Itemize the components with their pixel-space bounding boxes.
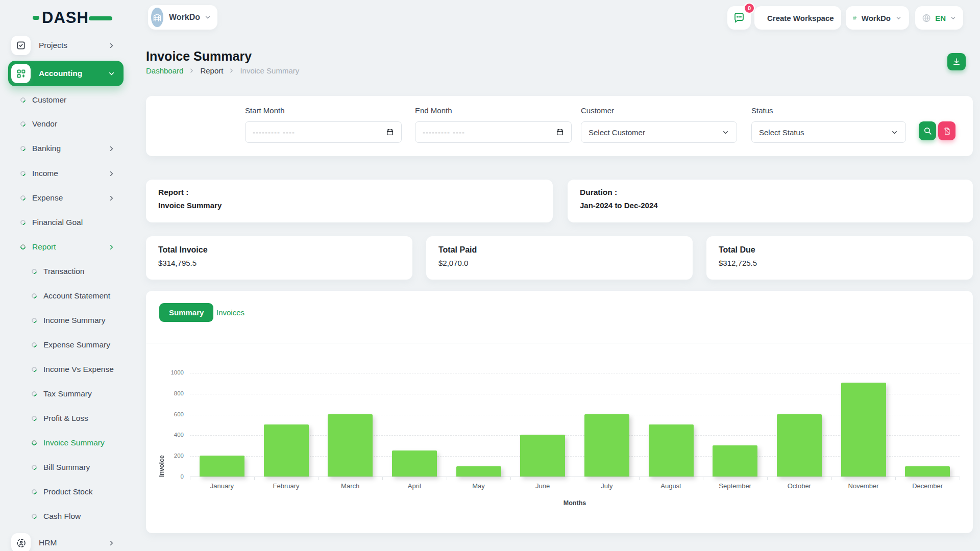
x-tick-label-november: November xyxy=(848,482,879,490)
total-due-card: Total Due $312,725.5 xyxy=(706,236,973,280)
total-paid-label: Total Paid xyxy=(438,245,477,255)
sidebar-item-customer[interactable]: Customer xyxy=(8,88,124,112)
breadcrumb-report[interactable]: Report xyxy=(200,66,223,75)
customer-select[interactable]: Select Customer xyxy=(581,121,737,143)
chart-bar-june[interactable] xyxy=(520,435,565,477)
bullet-icon xyxy=(31,366,38,373)
start-month-input[interactable]: --------- ---- xyxy=(245,121,402,143)
x-axis-tick xyxy=(960,477,960,480)
workspace-selector[interactable]: WorkDo xyxy=(148,5,217,30)
end-month-input[interactable]: --------- ---- xyxy=(415,121,572,143)
total-invoice-value: $314,795.5 xyxy=(158,259,197,267)
x-axis-tick xyxy=(703,477,703,480)
customer-select-value: Select Customer xyxy=(589,128,722,137)
chart-bar-april[interactable] xyxy=(392,450,437,477)
chevron-right-icon xyxy=(108,170,115,178)
x-axis-tick xyxy=(447,477,447,480)
sidebar-item-bill-summary[interactable]: Bill Summary xyxy=(8,455,124,480)
end-month-placeholder: --------- ---- xyxy=(423,128,556,137)
chart-bar-october[interactable] xyxy=(777,414,822,477)
language-selector[interactable]: EN xyxy=(915,6,963,30)
x-axis-tick xyxy=(254,477,255,480)
sidebar-item-projects[interactable]: Projects xyxy=(8,33,124,58)
start-month-placeholder: --------- ---- xyxy=(253,128,386,137)
x-tick-label-october: October xyxy=(788,482,811,490)
workdo-menu-button[interactable]: WorkDo xyxy=(846,6,909,30)
sidebar-item-accounting[interactable]: Accounting xyxy=(8,61,124,86)
customer-label: Customer xyxy=(581,106,614,115)
tab-summary[interactable]: Summary xyxy=(159,303,213,322)
chart-bar-august[interactable] xyxy=(649,424,694,477)
apply-filter-button[interactable] xyxy=(919,121,936,140)
bullet-icon xyxy=(31,390,38,397)
sidebar-item-income-vs-expense[interactable]: Income Vs Expense xyxy=(8,357,124,382)
download-button[interactable] xyxy=(947,53,966,70)
sidebar-item-transaction[interactable]: Transaction xyxy=(8,259,124,284)
report-label: Report : xyxy=(158,188,188,197)
sidebar-item-product-stock[interactable]: Product Stock xyxy=(8,480,124,504)
total-due-value: $312,725.5 xyxy=(719,259,757,267)
sidebar-item-expense[interactable]: Expense xyxy=(8,186,124,210)
messages-button[interactable]: 0 xyxy=(727,6,751,30)
workdo-menu-label: WorkDo xyxy=(862,14,891,22)
bullet-icon xyxy=(31,488,38,495)
x-axis-tick xyxy=(895,477,896,480)
hrm-icon xyxy=(16,538,27,548)
chart-bar-december[interactable] xyxy=(905,466,950,477)
hrm-icon-box xyxy=(11,533,31,551)
chart-bar-september[interactable] xyxy=(713,445,757,477)
report-value: Invoice Summary xyxy=(158,201,222,210)
x-tick-label-march: March xyxy=(341,482,359,490)
end-month-label: End Month xyxy=(415,106,452,115)
tab-invoices[interactable]: Invoices xyxy=(216,308,244,317)
sidebar-item-banking[interactable]: Banking xyxy=(8,136,124,161)
sidebar-item-profit-loss[interactable]: Profit & Loss xyxy=(8,406,124,431)
sidebar-item-financial-goal[interactable]: Financial Goal xyxy=(8,210,124,235)
sidebar-item-cash-flow[interactable]: Cash Flow xyxy=(8,504,124,529)
create-workspace-button[interactable]: Create Workspace xyxy=(754,6,841,30)
chevron-right-icon xyxy=(108,145,115,153)
chevron-down-icon xyxy=(108,70,115,78)
bullet-icon xyxy=(19,96,27,104)
sidebar-item-expense-summary[interactable]: Expense Summary xyxy=(8,333,124,357)
breadcrumb: Dashboard Report Invoice Summary xyxy=(146,66,299,75)
breadcrumb-dashboard[interactable]: Dashboard xyxy=(146,66,183,75)
sidebar-item-account-statement[interactable]: Account Statement xyxy=(8,284,124,308)
status-label: Status xyxy=(751,106,773,115)
sidebar-item-income-summary[interactable]: Income Summary xyxy=(8,308,124,333)
sidebar-item-hrm[interactable]: HRM xyxy=(8,531,124,551)
status-select[interactable]: Select Status xyxy=(751,121,906,143)
sidebar-item-vendor[interactable]: Vendor xyxy=(8,112,124,136)
chevron-right-icon xyxy=(108,539,115,547)
sidebar-item-income[interactable]: Income xyxy=(8,161,124,186)
chart-bar-january[interactable] xyxy=(200,456,244,477)
chart-bar-november[interactable] xyxy=(841,383,886,477)
y-tick-label: 600 xyxy=(155,411,184,417)
clear-filter-icon xyxy=(943,127,951,135)
sidebar-item-label: Customer xyxy=(32,95,66,105)
checkbox-icon-box xyxy=(11,36,31,55)
chevron-down-icon xyxy=(204,14,211,21)
sidebar-item-tax-summary[interactable]: Tax Summary xyxy=(8,382,124,406)
sidebar-item-label: Accounting xyxy=(39,69,82,78)
sidebar-item-label: Transaction xyxy=(43,267,84,276)
sidebar: ProjectsAccountingCustomerVendorBankingI… xyxy=(0,0,133,551)
duration-info-card: Duration : Jan-2024 to Dec-2024 xyxy=(568,180,973,222)
chart-bar-july[interactable] xyxy=(584,414,629,477)
chart-bar-february[interactable] xyxy=(264,424,309,477)
sidebar-item-invoice-summary[interactable]: Invoice Summary xyxy=(8,431,124,455)
sidebar-item-report[interactable]: Report xyxy=(8,235,124,259)
x-axis-tick xyxy=(767,477,768,480)
chart-card: Summary Invoices Invoice 020040060080010… xyxy=(146,291,973,533)
search-icon xyxy=(923,127,932,135)
reset-filter-button[interactable] xyxy=(938,121,955,140)
sidebar-item-label: Income xyxy=(32,169,58,178)
grid-plus-icon xyxy=(16,68,27,79)
download-icon xyxy=(952,57,961,66)
chat-icon xyxy=(733,12,745,24)
chart-bar-march[interactable] xyxy=(328,414,373,477)
chart-bar-may[interactable] xyxy=(456,466,501,477)
total-due-label: Total Due xyxy=(719,245,755,255)
sidebar-item-label: Financial Goal xyxy=(32,218,83,227)
duration-value: Jan-2024 to Dec-2024 xyxy=(580,201,658,210)
